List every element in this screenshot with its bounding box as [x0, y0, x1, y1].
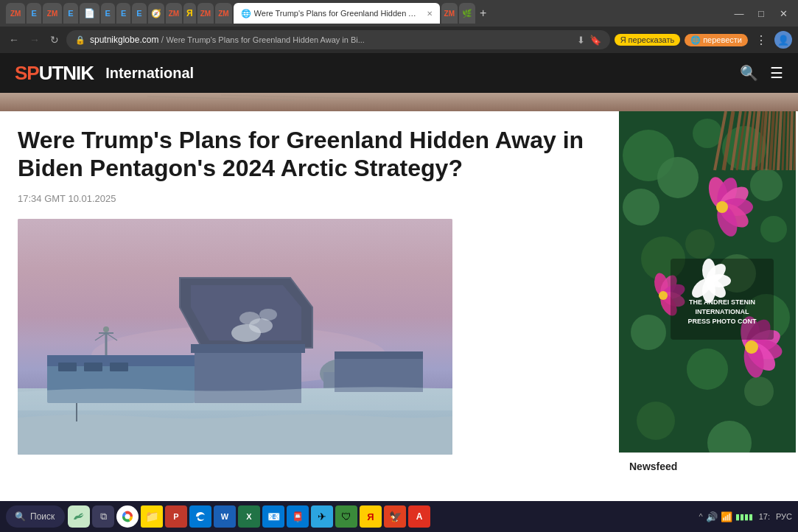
browser-title-bar: ZM E ZM E 📄 E E E 🧭 ZM Я: [0, 0, 798, 27]
search-icon[interactable]: 🔍: [740, 64, 758, 82]
site-logo[interactable]: SPUTNIK: [15, 62, 94, 85]
battery-icon[interactable]: ▮▮▮▮: [735, 512, 753, 522]
browser-tab-zm2[interactable]: ZM: [43, 3, 62, 24]
taskbar-files[interactable]: 📁: [141, 505, 163, 528]
svg-point-33: [750, 169, 783, 201]
browser-tab-zm4[interactable]: ZM: [197, 3, 214, 24]
main-article: Were Trump's Plans for Greenland Hidden …: [0, 111, 619, 480]
yandex-retell-button[interactable]: Я пересказать: [615, 34, 681, 46]
taskbar-right: ^ 🔊 📶 ▮▮▮▮ 17: РУС: [699, 511, 793, 522]
lock-icon: 🔒: [75, 35, 85, 45]
site-header: SPUTNIK International 🔍 ☰: [0, 53, 798, 93]
taskbar-powerpoint[interactable]: P: [165, 505, 187, 528]
url-domain: sputnikglobe.com: [90, 35, 158, 45]
minimize-btn[interactable]: —: [730, 4, 748, 22]
sidebar-ad: THE ANDREI STENIN INTERNATIONAL PRESS PH…: [619, 111, 796, 480]
right-sidebar: THE ANDREI STENIN INTERNATIONAL PRESS PH…: [619, 111, 796, 480]
menu-icon[interactable]: ☰: [770, 64, 783, 82]
browser-menu-btn[interactable]: ⋮: [752, 31, 770, 49]
translate-button[interactable]: 🌐 перевести: [685, 34, 748, 46]
address-input[interactable]: 🔒 sputnikglobe.com / Were Trump's Plans …: [66, 30, 610, 49]
right-browser-btns: Я пересказать 🌐 перевести ⋮ 👤: [615, 31, 792, 49]
svg-line-62: [794, 111, 796, 170]
article-image: [18, 219, 452, 455]
browser-tab-compass[interactable]: 🧭: [148, 3, 164, 24]
taskbar-word[interactable]: W: [214, 505, 236, 528]
close-btn[interactable]: ✕: [774, 4, 792, 22]
sidebar-ad-image[interactable]: THE ANDREI STENIN INTERNATIONAL PRESS PH…: [619, 111, 796, 480]
svg-point-17: [239, 312, 260, 325]
active-tab-favicon: 🌐: [241, 9, 251, 18]
taskbar-vpn[interactable]: 🛡: [335, 505, 357, 528]
browser-tab-doc[interactable]: 📄: [80, 3, 99, 24]
svg-point-21: [103, 326, 109, 332]
taskbar-taskview[interactable]: ⧉: [92, 505, 114, 528]
article-title: Were Trump's Plans for Greenland Hidden …: [18, 126, 601, 183]
clock-display: 17:: [759, 512, 770, 521]
network-icon[interactable]: 📶: [721, 511, 732, 522]
svg-point-95: [125, 514, 130, 519]
svg-rect-10: [110, 363, 128, 371]
svg-text:PRESS PHOTO CONT: PRESS PHOTO CONT: [688, 318, 757, 325]
svg-point-39: [685, 229, 715, 259]
back-button[interactable]: ←: [6, 34, 22, 46]
svg-point-44: [637, 402, 675, 440]
svg-point-36: [760, 216, 787, 242]
svg-point-41: [631, 315, 666, 350]
system-tray-icons: ^ 🔊 📶 ▮▮▮▮: [699, 511, 753, 522]
svg-rect-8: [58, 363, 77, 371]
svg-line-60: [787, 111, 788, 170]
browser-tab-zm1[interactable]: ZM: [6, 3, 25, 24]
browser-tab-zm6[interactable]: ZM: [441, 3, 458, 24]
svg-point-90: [705, 277, 713, 284]
content-layout: Were Trump's Plans for Greenland Hidden …: [0, 111, 798, 480]
hero-image-strip: [0, 93, 798, 111]
site-section-label[interactable]: International: [105, 65, 194, 82]
browser-tab-e2[interactable]: E: [63, 3, 77, 24]
svg-text:THE ANDREI STENIN: THE ANDREI STENIN: [689, 298, 755, 306]
taskbar-excel[interactable]: X: [238, 505, 260, 528]
taskbar-yandex[interactable]: Я: [360, 505, 382, 528]
active-tab-title: Were Trump's Plans for Greenland Hidden …: [254, 9, 421, 18]
browser-tab-e3[interactable]: E: [101, 3, 115, 24]
refresh-button[interactable]: ↻: [47, 34, 62, 46]
taskbar-bird[interactable]: 🦅: [384, 505, 406, 528]
browser-tab-zm5[interactable]: ZM: [215, 3, 231, 24]
taskbar-dolphin[interactable]: [68, 505, 90, 528]
browser-tab-e5[interactable]: E: [132, 3, 146, 24]
svg-text:INTERNATIONAL: INTERNATIONAL: [696, 308, 749, 315]
newsfeed-label: Newsfeed: [629, 461, 677, 472]
sound-icon[interactable]: 🔊: [706, 511, 718, 522]
browser-tab-green[interactable]: 🌿: [459, 3, 475, 24]
svg-point-34: [693, 119, 722, 148]
browser-tab-ya[interactable]: Я: [183, 3, 196, 24]
maximize-btn[interactable]: □: [752, 4, 770, 22]
browser-tab-e4[interactable]: E: [116, 3, 130, 24]
language-indicator[interactable]: РУС: [776, 512, 792, 521]
taskbar-telegram[interactable]: ✈: [311, 505, 333, 528]
forward-button[interactable]: →: [27, 34, 43, 46]
taskbar-edge[interactable]: [189, 505, 211, 528]
browser-tab-zm3[interactable]: ZM: [166, 3, 182, 24]
tray-arrow[interactable]: ^: [699, 512, 703, 521]
browser-tab-e1[interactable]: E: [27, 3, 41, 24]
svg-point-69: [716, 201, 728, 213]
taskbar-chrome[interactable]: [116, 505, 139, 528]
browser-tab-active[interactable]: 🌐 Were Trump's Plans for Greenland Hidde…: [234, 3, 440, 24]
search-icon: 🔍: [15, 511, 26, 522]
tab-close-btn[interactable]: ✕: [427, 10, 433, 18]
svg-point-75: [659, 291, 668, 300]
search-label: Поиск: [30, 511, 55, 522]
browser-tab-plus[interactable]: +: [477, 3, 489, 24]
svg-line-61: [791, 111, 792, 170]
taskbar-outlook[interactable]: 📧: [262, 505, 284, 528]
taskbar-outlook2[interactable]: 📮: [287, 505, 309, 528]
tab-group: ZM E ZM E 📄 E E E 🧭 ZM Я: [6, 3, 727, 24]
bookmark-icon[interactable]: 🔖: [589, 35, 601, 46]
download-icon: ⬇: [577, 35, 585, 46]
browser-controls-right: — □ ✕: [730, 4, 792, 22]
taskbar-search[interactable]: 🔍 Поиск: [6, 505, 65, 528]
taskbar-acrobat[interactable]: A: [408, 505, 430, 528]
article-timestamp: 17:34 GMT 10.01.2025: [18, 193, 601, 204]
profile-icon[interactable]: 👤: [774, 31, 792, 49]
